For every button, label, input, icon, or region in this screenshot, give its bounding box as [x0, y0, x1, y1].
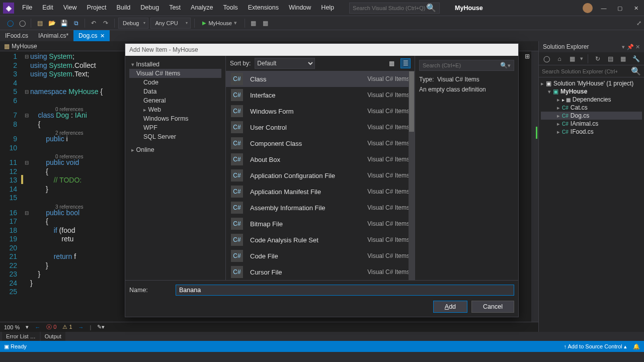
config-dropdown[interactable]: Debug: [118, 18, 148, 29]
tree-expand-icon[interactable]: ▸: [557, 129, 560, 135]
bottom-tab-output[interactable]: Output: [41, 332, 65, 341]
project-node[interactable]: MyHouse: [560, 88, 587, 95]
notifications-icon[interactable]: 🔔: [633, 343, 640, 349]
doctab-dogcs[interactable]: Dog.cs✕: [73, 30, 110, 41]
category-online[interactable]: ▸ Online: [129, 145, 221, 154]
menu-view[interactable]: View: [58, 0, 82, 16]
template-item[interactable]: C#About BoxVisual C# Items: [226, 151, 415, 167]
error-count-icon[interactable]: ⓧ 0: [46, 323, 56, 331]
save-icon[interactable]: 💾: [59, 18, 69, 28]
live-share-icon[interactable]: ⤢: [634, 18, 644, 28]
pin-icon[interactable]: 📌: [627, 44, 634, 50]
template-list[interactable]: C#ClassVisual C# ItemsC#InterfaceVisual …: [226, 71, 415, 280]
properties-icon[interactable]: 🔧: [631, 54, 641, 64]
warning-count-icon[interactable]: ⚠ 1: [62, 324, 72, 330]
minimize-button[interactable]: —: [599, 3, 609, 13]
template-item[interactable]: C#InterfaceVisual C# Items: [226, 87, 415, 103]
scroll-map[interactable]: [531, 51, 538, 322]
template-item[interactable]: C#Application Manifest FileVisual C# Ite…: [226, 184, 415, 200]
template-categories[interactable]: ▾ Installed Visual C# ItemsCodeDataGener…: [125, 56, 226, 280]
menu-edit[interactable]: Edit: [37, 0, 58, 16]
menu-project[interactable]: Project: [82, 0, 112, 16]
menu-analyze[interactable]: Analyze: [186, 0, 218, 16]
close-button[interactable]: ✕: [631, 3, 641, 13]
back-icon[interactable]: ◯: [542, 54, 551, 64]
category-item[interactable]: Data: [129, 87, 221, 96]
template-item[interactable]: C#Windows FormVisual C# Items: [226, 103, 415, 119]
cancel-button[interactable]: Cancel: [471, 301, 514, 313]
dropdown-icon[interactable]: ▾: [622, 44, 625, 50]
menu-extensions[interactable]: Extensions: [243, 0, 284, 16]
redo-icon[interactable]: ↷: [101, 18, 111, 28]
fold-margin[interactable]: ⊟⊟⊟⊟⊟: [23, 51, 30, 322]
category-item[interactable]: WPF: [129, 123, 221, 132]
new-project-icon[interactable]: ▤: [35, 18, 45, 28]
category-installed[interactable]: ▾ Installed: [129, 60, 221, 69]
platform-dropdown[interactable]: Any CPU: [150, 18, 191, 29]
nav-fwd-icon[interactable]: ◯: [17, 18, 27, 28]
close-panel-icon[interactable]: ✕: [635, 44, 640, 50]
start-debug-button[interactable]: ▶ MyHouse ▾: [198, 18, 240, 29]
close-tab-icon[interactable]: ✕: [100, 33, 105, 39]
doctab-ianimalcs[interactable]: IAnimal.cs*: [33, 30, 73, 41]
quick-launch[interactable]: 🔍: [349, 3, 440, 14]
solution-explorer-search[interactable]: 🔍: [539, 65, 644, 77]
split-vertical-icon[interactable]: ⊞: [523, 52, 531, 60]
menu-file[interactable]: File: [17, 0, 37, 16]
nav-fwd-icon[interactable]: →: [78, 324, 84, 330]
show-all-icon[interactable]: ▦: [618, 54, 628, 64]
template-item[interactable]: C#Assembly Information FileVisual C# Ite…: [226, 200, 415, 216]
solution-item[interactable]: ▸C#IFood.cs: [541, 128, 642, 136]
solution-tree[interactable]: ▸▣Solution 'MyHouse' (1 project) ▾▣MyHou…: [539, 77, 644, 332]
template-item[interactable]: C#Cursor FileVisual C# Items: [226, 264, 415, 280]
template-search[interactable]: 🔍▾: [419, 60, 514, 71]
add-button[interactable]: Add: [433, 301, 467, 313]
tree-expand-icon[interactable]: ▸: [557, 105, 560, 111]
template-scrollbar[interactable]: [409, 71, 415, 280]
source-control-button[interactable]: ↑ Add to Source Control ▴: [564, 343, 627, 349]
template-item[interactable]: C#Bitmap FileVisual C# Items: [226, 216, 415, 232]
template-item[interactable]: C#User ControlVisual C# Items: [226, 119, 415, 135]
category-item[interactable]: General: [129, 96, 221, 105]
template-item[interactable]: C#Code FileVisual C# Items: [226, 248, 415, 264]
template-search-input[interactable]: [423, 62, 498, 68]
category-item[interactable]: Code: [129, 78, 221, 87]
template-item[interactable]: C#Component ClassVisual C# Items: [226, 135, 415, 151]
view-list[interactable]: ☰: [400, 58, 411, 68]
item-name-input[interactable]: [176, 285, 514, 296]
undo-icon[interactable]: ↶: [89, 18, 99, 28]
sort-dropdown[interactable]: Default: [255, 58, 315, 69]
category-item[interactable]: Visual C# Items: [129, 69, 221, 78]
user-avatar-icon[interactable]: [583, 3, 593, 13]
category-item[interactable]: Windows Forms: [129, 114, 221, 123]
nav-back-icon[interactable]: ←: [35, 324, 40, 330]
solution-item[interactable]: ▸C#Dog.cs: [541, 112, 642, 120]
menu-build[interactable]: Build: [111, 0, 135, 16]
solution-search-input[interactable]: [542, 68, 617, 74]
save-all-icon[interactable]: ⧉: [71, 18, 81, 28]
template-item[interactable]: C#Application Configuration FileVisual C…: [226, 167, 415, 184]
solution-item[interactable]: ▸C#IAnimal.cs: [541, 120, 642, 128]
template-item[interactable]: C#ClassVisual C# Items: [226, 71, 415, 87]
view-large-icons[interactable]: ▦: [386, 58, 396, 68]
bottom-tab-errorlist[interactable]: Error List …: [2, 332, 40, 341]
lightbulb-icon[interactable]: ✎▾: [97, 324, 105, 330]
solution-node[interactable]: Solution 'MyHouse' (1 project): [553, 80, 633, 87]
tree-expand-icon[interactable]: ▸: [557, 113, 560, 119]
category-item[interactable]: SQL Server: [129, 132, 221, 141]
open-icon[interactable]: 📂: [47, 18, 57, 28]
doctab-ifoodcs[interactable]: IFood.cs: [0, 30, 33, 41]
menu-window[interactable]: Window: [284, 0, 316, 16]
sync-icon[interactable]: ▦: [568, 54, 577, 64]
menu-help[interactable]: Help: [316, 0, 339, 16]
toolbar-misc-icon-2[interactable]: ▦: [261, 18, 271, 28]
solution-item[interactable]: ▸C#Cat.cs: [541, 104, 642, 112]
menu-debug[interactable]: Debug: [135, 0, 164, 16]
toolbar-misc-icon-1[interactable]: ▦: [249, 18, 259, 28]
home-icon[interactable]: ⌂: [554, 54, 564, 64]
refresh-icon[interactable]: ↻: [593, 54, 602, 64]
zoom-level[interactable]: 100 %: [4, 324, 20, 330]
nav-back-icon[interactable]: ◯: [5, 18, 15, 28]
category-item[interactable]: ▸ Web: [129, 105, 221, 114]
template-item[interactable]: C#Code Analysis Rule SetVisual C# Items: [226, 232, 415, 248]
